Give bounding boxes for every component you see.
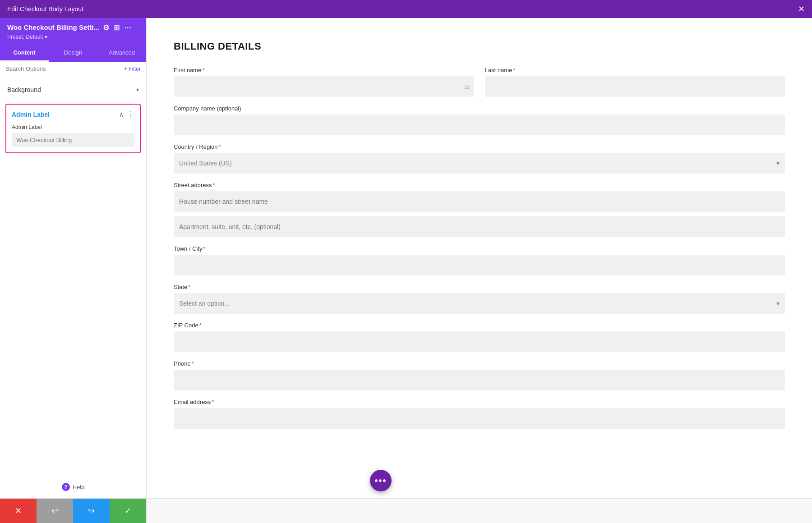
phone-label: Phone* xyxy=(174,360,785,367)
tab-advanced[interactable]: Advanced xyxy=(97,45,146,62)
dots-icon[interactable]: ⋯ xyxy=(124,23,131,32)
city-row: Town / City* xyxy=(174,245,785,275)
top-bar: Edit Checkout Body Layout ✕ xyxy=(0,0,812,18)
close-button[interactable]: ✕ xyxy=(798,5,805,13)
tab-design[interactable]: Design xyxy=(49,45,97,62)
zip-label: ZIP Code* xyxy=(174,322,785,329)
help-label: Help xyxy=(73,484,85,491)
settings-icon[interactable]: ⚙ xyxy=(103,23,109,32)
country-label: Country / Region* xyxy=(174,143,785,150)
city-label: Town / City* xyxy=(174,245,785,252)
street-input[interactable] xyxy=(174,191,785,212)
country-field: Country / Region* United States (US) xyxy=(174,143,785,174)
chevron-down-icon: ▾ xyxy=(136,87,139,93)
country-row: Country / Region* United States (US) xyxy=(174,143,785,174)
input-icon: ⊟ xyxy=(464,83,470,90)
state-select[interactable]: Select an option... xyxy=(174,293,785,314)
admin-label-input[interactable] xyxy=(12,133,134,147)
bottom-toolbar: ✕ ↩ ↪ ✓ xyxy=(0,498,812,523)
redo-button[interactable]: ↪ xyxy=(73,499,110,523)
admin-label-card: Admin Label ∧ ⋮ Admin Label xyxy=(5,104,141,153)
city-input[interactable] xyxy=(174,255,785,275)
email-input[interactable] xyxy=(174,408,785,429)
tab-content[interactable]: Content xyxy=(0,45,49,62)
help-section: ? Help xyxy=(0,475,146,498)
admin-label-field-label: Admin Label xyxy=(12,124,134,130)
floating-action-button[interactable]: ••• xyxy=(370,470,392,491)
country-select[interactable]: United States (US) xyxy=(174,153,785,174)
billing-title: BILLING DETAILS xyxy=(174,41,785,52)
help-icon: ? xyxy=(62,483,70,491)
sidebar-header: Woo Checkout Billing Setti... ⚙ ⊞ ⋯ Pres… xyxy=(0,18,146,45)
chevron-up-icon[interactable]: ∧ xyxy=(119,111,124,118)
company-row: Company name (optional) xyxy=(174,105,785,135)
sidebar: Woo Checkout Billing Setti... ⚙ ⊞ ⋯ Pres… xyxy=(0,18,147,498)
company-input[interactable] xyxy=(174,115,785,135)
admin-label-field: Admin Label xyxy=(12,124,134,147)
email-field: Email address* xyxy=(174,399,785,429)
state-select-wrap: Select an option... xyxy=(174,293,785,314)
main-layout: Woo Checkout Billing Setti... ⚙ ⊞ ⋯ Pres… xyxy=(0,18,812,498)
state-label: State* xyxy=(174,284,785,290)
state-row: State* Select an option... xyxy=(174,284,785,314)
last-name-input[interactable] xyxy=(485,76,785,97)
sidebar-header-icons: ⚙ ⊞ ⋯ xyxy=(103,23,131,32)
country-select-wrap: United States (US) xyxy=(174,153,785,174)
first-name-field: First name* ⊟ xyxy=(174,67,474,97)
street-field: Street address* xyxy=(174,182,785,237)
admin-label-icons: ∧ ⋮ xyxy=(119,110,134,119)
last-name-wrap xyxy=(485,76,785,97)
city-field: Town / City* xyxy=(174,245,785,275)
toolbar-sidebar: ✕ ↩ ↪ ✓ xyxy=(0,499,147,523)
save-button[interactable]: ✓ xyxy=(110,499,146,523)
sidebar-tabs: Content Design Advanced xyxy=(0,45,146,62)
email-row: Email address* xyxy=(174,399,785,429)
undo-button[interactable]: ↩ xyxy=(37,499,73,523)
phone-field: Phone* xyxy=(174,360,785,390)
top-bar-title: Edit Checkout Body Layout xyxy=(7,5,83,13)
background-label: Background xyxy=(7,86,41,93)
apt-input[interactable] xyxy=(174,216,785,237)
help-button[interactable]: ? Help xyxy=(62,483,85,491)
phone-input[interactable] xyxy=(174,370,785,390)
search-input[interactable] xyxy=(5,65,120,72)
state-field: State* Select an option... xyxy=(174,284,785,314)
company-label: Company name (optional) xyxy=(174,105,785,112)
sidebar-content: Background ▾ Admin Label ∧ ⋮ Admin Label xyxy=(0,76,146,475)
preset-label[interactable]: Preset: Default ▾ xyxy=(7,34,139,40)
last-name-label: Last name* xyxy=(485,67,785,73)
company-field: Company name (optional) xyxy=(174,105,785,135)
street-row: Street address* xyxy=(174,182,785,237)
columns-icon[interactable]: ⊞ xyxy=(114,23,120,32)
admin-label-title: Admin Label xyxy=(12,111,50,118)
dots-menu-icon[interactable]: ⋮ xyxy=(127,110,134,119)
admin-label-header: Admin Label ∧ ⋮ xyxy=(12,110,134,119)
background-section[interactable]: Background ▾ xyxy=(5,82,141,98)
search-bar: + Filter xyxy=(0,62,146,76)
close-toolbar-button[interactable]: ✕ xyxy=(0,499,37,523)
sidebar-module-title: Woo Checkout Billing Setti... ⚙ ⊞ ⋯ xyxy=(7,23,139,32)
first-name-wrap: ⊟ xyxy=(174,76,474,97)
content-area: BILLING DETAILS First name* ⊟ Last name* xyxy=(147,18,812,498)
first-name-label: First name* xyxy=(174,67,474,73)
name-row: First name* ⊟ Last name* xyxy=(174,67,785,97)
zip-input[interactable] xyxy=(174,331,785,352)
first-name-input[interactable] xyxy=(174,76,474,97)
zip-row: ZIP Code* xyxy=(174,322,785,352)
toolbar-content-spacer xyxy=(147,499,812,523)
phone-row: Phone* xyxy=(174,360,785,390)
street-label: Street address* xyxy=(174,182,785,188)
filter-button[interactable]: + Filter xyxy=(124,66,141,72)
zip-field: ZIP Code* xyxy=(174,322,785,352)
email-label: Email address* xyxy=(174,399,785,405)
last-name-field: Last name* xyxy=(485,67,785,97)
